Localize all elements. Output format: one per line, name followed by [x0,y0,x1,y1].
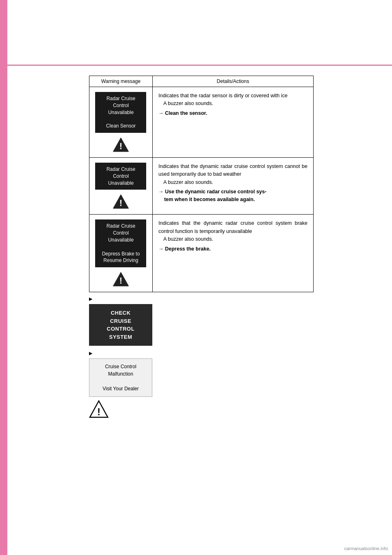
details-text-1: Indicates that the radar sensor is dirty… [158,92,307,117]
table-row: Radar CruiseControlUnavailable ! Indicat… [89,157,314,214]
display-box-2: Radar CruiseControlUnavailable [95,163,146,190]
details-cell-3: Indicates that the dynamic radar cruise … [152,215,313,292]
section-arrow-1 [89,296,380,302]
malfunction-line2: Malfunction [108,371,133,377]
table-row: Radar CruiseControlUnavailableClean Sens… [89,87,314,158]
warning-cell-3: Radar CruiseControlUnavailableDepress Br… [89,215,153,292]
details-text-3: Indicates that the dynamic radar cruise … [158,219,307,253]
warning-triangle-3: ! [112,271,129,287]
section-arrow-2 [89,351,380,356]
table-row: Radar CruiseControlUnavailableDepress Br… [89,215,314,292]
svg-text:!: ! [119,198,122,208]
watermark: carmanualsonline.info [344,546,388,551]
detail-desc-3: Indicates that the dynamic radar cruise … [158,220,307,234]
detail-desc-1: Indicates that the radar sensor is dirty… [158,93,287,98]
warning-triangle-bottom: ! [89,400,109,418]
detail-action-1: → Clean the sensor. [158,110,307,117]
sidebar-accent [0,0,7,555]
warning-triangle-1: ! [112,137,129,152]
detail-note-2: A buzzer also sounds. [163,179,213,186]
svg-text:!: ! [119,141,122,151]
table-header-details: Details/Actions [152,76,313,87]
display-box-1: Radar CruiseControlUnavailableClean Sens… [95,92,146,133]
detail-note-3: A buzzer also sounds. [163,235,213,243]
malfunction-line4: Visit Your Dealer [102,386,139,392]
warning-cell-1: Radar CruiseControlUnavailableClean Sens… [89,87,153,158]
details-text-2: Indicates that the dynamic radar cruise … [158,163,307,204]
svg-text:!: ! [97,406,100,417]
table-header-warning: Warning message [89,76,153,87]
warning-triangle-2: ! [112,194,129,209]
details-cell-1: Indicates that the radar sensor is dirty… [152,87,313,158]
detail-action-3: → Depress the brake. [158,245,307,253]
detail-desc-2: Indicates that the dynamic radar cruise … [158,163,307,177]
detail-action-2: → Use the dynamic radar cruise control s… [158,188,307,204]
malfunction-box: Cruise Control Malfunction Visit Your De… [89,358,152,397]
details-cell-2: Indicates that the dynamic radar cruise … [152,157,313,214]
display-box-3: Radar CruiseControlUnavailableDepress Br… [95,219,146,267]
warning-table: Warning message Details/Actions Radar Cr… [89,76,314,292]
svg-text:!: ! [119,275,122,286]
detail-note-1: A buzzer also sounds. [163,100,213,107]
warning-cell-2: Radar CruiseControlUnavailable ! [89,157,153,214]
malfunction-line1: Cruise Control [105,364,136,369]
check-cruise-box: CHECK CRUISE CONTROL SYSTEM [89,304,152,346]
